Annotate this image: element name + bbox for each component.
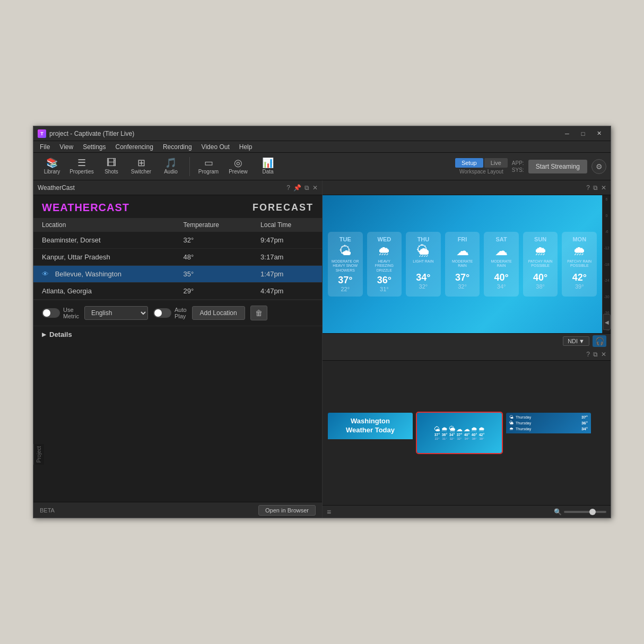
toolbar-audio[interactable]: 🎵 Audio [156,155,185,178]
panel-pin-button[interactable]: 📌 [293,184,301,192]
time-atlanta: 4:47pm [252,283,322,300]
menu-videoout[interactable]: Video Out [197,142,234,152]
col-time: Local Time [252,218,322,232]
delete-location-button[interactable]: 🗑 [250,306,267,320]
title-bar: T project - Captivate (Titler Live) ─ □ … [33,126,611,141]
vol-neg18: -18 [604,263,609,266]
day-high-fri: 37° [447,272,478,283]
switcher-icon: ⊞ [137,158,145,168]
filter-button[interactable]: ≡ [327,508,331,516]
table-row-active[interactable]: 👁 Bellevue, Washington 35° 1:47pm [33,266,322,283]
thumbnails-content: WashingtonWeather Today 🌤 37° 22° [323,361,611,505]
preview-content: TUE 🌤 MODERATE OR HEAVY SNOW SHOWERS 37°… [323,195,602,333]
close-button[interactable]: ✕ [591,128,606,139]
toolbar-switcher[interactable]: ⊞ Switcher [127,155,155,178]
preview-help-button[interactable]: ? [586,184,590,192]
day-card-sun: SUN 🌧 PATCHY RAIN POSSIBLE 40° 38° [523,232,558,297]
program-icon: ▭ [204,158,213,168]
autoplay-toggle[interactable] [153,308,171,318]
zoom-slider[interactable] [564,511,606,513]
day-low-mon: 39° [564,283,595,290]
panel-help-button[interactable]: ? [286,184,290,192]
thumbnails-header: ? ⧉ ✕ [323,348,611,361]
day-card-mon: MON 🌧 PATCHY RAIN POSSIBLE 42° 39° [562,232,597,297]
live-button[interactable]: Live [484,158,508,168]
setup-button[interactable]: Setup [455,158,483,168]
preview-close-button[interactable]: ✕ [601,184,606,192]
maximize-button[interactable]: □ [576,128,590,139]
zoom-thumb [589,509,596,515]
details-section: ▶ Details [33,326,322,343]
thumbnail-list[interactable]: 🌤 Thursday 37° 🌦 Thursday 36° 🌧 [506,413,591,453]
preview-panel-header: ? ⧉ ✕ [323,180,611,195]
day-low-sat: 34° [486,283,517,290]
toolbar-library[interactable]: 📚 Library [38,155,66,178]
menu-file[interactable]: File [36,142,54,152]
day-high-sat: 40° [486,272,517,283]
thumbnails-float-button[interactable]: ⧉ [593,351,598,358]
temp-bellevue: 35° [175,266,252,283]
day-icon-mon: 🌧 [564,245,595,257]
vol-neg6: -6 [605,230,608,233]
details-label: Details [49,330,72,338]
stream-button[interactable]: Start Streaming [528,160,587,173]
vol-neg30: -30 [604,295,609,299]
open-browser-button[interactable]: Open in Browser [258,505,316,516]
day-icon-sun: 🌧 [525,245,556,257]
thumbnail-forecast[interactable]: 🌤 37° 22° 🌧 36° 31° 🌦 [417,413,502,453]
language-select[interactable]: English [84,306,148,320]
minimize-button[interactable]: ─ [560,128,575,139]
table-row[interactable]: Beaminster, Dorset 32° 9:47pm [33,232,322,249]
day-card-wed: WED 🌧 HEAVY FREEZING DRIZZLE 36° 31° [367,232,402,297]
weathercast-content: WEATHERCAST FORECAST Location Temperatur… [33,195,322,502]
toolbar-preview[interactable]: ◎ Preview [224,155,253,178]
day-low-wed: 31° [369,286,400,292]
volume-labels: 6 0 -6 -12 -18 -24 -30 -36 -42 [604,197,609,331]
thumbnails-help-button[interactable]: ? [586,351,590,358]
vol-neg12: -12 [604,246,609,250]
weather-days: TUE 🌤 MODERATE OR HEAVY SNOW SHOWERS 37°… [328,232,597,297]
thumbnails-close-button[interactable]: ✕ [601,351,606,358]
table-row[interactable]: Kanpur, Uttar Pradesh 48° 3:17am [33,249,322,266]
monitor-button[interactable]: ⚙ [591,159,606,174]
expand-arrow[interactable]: ◀ [603,314,611,330]
list-row-3: 🌧 Thursday 34° [509,427,588,431]
autoplay-toggle-group: AutoPlay [153,307,187,319]
forecast-label: FORECAST [253,202,314,213]
menu-help[interactable]: Help [235,142,257,152]
toolbar-program[interactable]: ▭ Program [194,155,223,178]
day-name-tue: TUE [330,236,361,242]
metric-toggle[interactable] [42,308,60,318]
menu-settings[interactable]: Settings [79,142,110,152]
panel-float-button[interactable]: ⧉ [304,184,309,192]
properties-icon: ☰ [77,158,86,168]
preview-float-button[interactable]: ⧉ [593,184,598,192]
toolbar-library-label: Library [44,169,60,175]
wc-app-title: WEATHERCAST [42,202,129,214]
thumbnail-title[interactable]: WashingtonWeather Today [328,413,413,453]
mini-day-sat: ☁ 40° 34° [464,425,470,440]
panel-close-button[interactable]: ✕ [312,184,318,192]
preview-icon: ◎ [234,158,242,168]
right-panel: ? ⧉ ✕ TUE 🌤 [323,180,611,518]
ndi-button[interactable]: NDI ▼ [563,336,589,346]
toolbar-preview-label: Preview [229,169,248,175]
toolbar-shots[interactable]: 🎞 Shots [97,155,126,178]
window-title: project - Captivate (Titler Live) [49,130,134,137]
day-high-sun: 40° [525,272,556,283]
mini-day-tue: 🌤 37° 22° [434,425,440,440]
vol-0: 0 [606,214,608,217]
menu-view[interactable]: View [55,142,77,152]
menu-recording[interactable]: Recording [159,142,196,152]
toolbar-data[interactable]: 📊 Data [254,155,282,178]
headphones-button[interactable]: 🎧 [593,335,606,347]
details-toggle[interactable]: ▶ Details [42,330,314,338]
add-location-button[interactable]: Add Location [192,306,245,320]
temp-beaminster: 32° [175,232,252,249]
day-low-thu: 32° [408,283,439,290]
menu-conferencing[interactable]: Conferencing [111,142,158,152]
table-row[interactable]: Atlanta, Georgia 29° 4:47pm [33,283,322,300]
toolbar-properties[interactable]: ☰ Properties [67,155,96,178]
day-condition-fri: MODERATE RAIN [447,259,478,270]
day-icon-wed: 🌧 [369,245,400,257]
